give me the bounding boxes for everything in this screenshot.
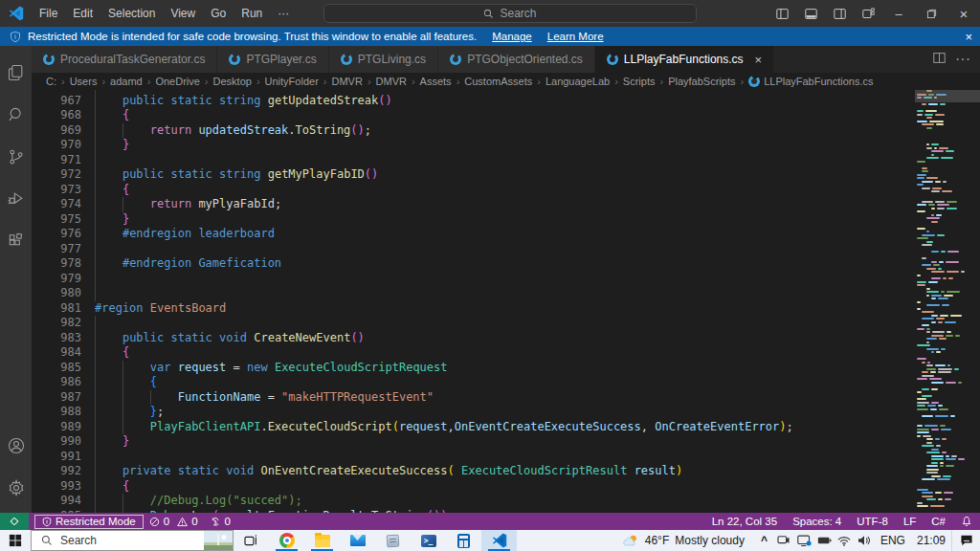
- code-line-992[interactable]: 992 private static void OnEventCreateExe…: [32, 464, 913, 479]
- notepad-taskbar-icon[interactable]: [375, 530, 411, 551]
- search-sidebar-icon[interactable]: [0, 94, 32, 136]
- tray-chevron-up-icon[interactable]: ^: [754, 530, 774, 551]
- start-button[interactable]: [0, 530, 31, 551]
- weather-widget[interactable]: 46°F Mostly cloudy: [622, 534, 754, 548]
- restore-button[interactable]: [915, 0, 947, 27]
- customize-layout-icon[interactable]: [854, 0, 882, 27]
- toggle-panel-icon[interactable]: [796, 0, 825, 27]
- task-view-button[interactable]: [234, 530, 269, 551]
- breadcrumb-item[interactable]: LLPlayFabFunctions.cs: [747, 76, 874, 87]
- breadcrumb-item[interactable]: LanguageLab: [545, 76, 611, 87]
- code-line-974[interactable]: 974 return myPlyaFabId;: [32, 197, 913, 212]
- tab-llplayfabfunctions-cs[interactable]: LLPlayFabFunctions.cs×: [595, 46, 774, 73]
- vscode-taskbar-icon[interactable]: [481, 530, 517, 551]
- code-line-991[interactable]: 991: [32, 450, 913, 465]
- close-window-button[interactable]: ×: [947, 0, 980, 27]
- code-line-985[interactable]: 985 var request = new ExecuteCloudScript…: [32, 361, 913, 376]
- code-line-987[interactable]: 987 FunctionName = "makeHTTPRequestEvent…: [32, 390, 913, 406]
- code-line-980[interactable]: 980: [32, 286, 913, 301]
- manage-link[interactable]: Manage: [492, 31, 532, 42]
- tray-clock[interactable]: 21:09: [911, 534, 951, 547]
- taskbar-search-input[interactable]: Search: [31, 530, 234, 551]
- breadcrumb-item[interactable]: C:: [45, 76, 57, 87]
- code-line-975[interactable]: 975 }: [32, 212, 913, 228]
- code-line-971[interactable]: 971: [32, 153, 913, 168]
- menu-run[interactable]: Run: [234, 3, 270, 24]
- minimize-button[interactable]: –: [882, 0, 915, 27]
- tab-proceduraltaskgenerator-cs[interactable]: ProceduralTaskGenerator.cs: [32, 46, 217, 73]
- minimap-slider[interactable]: [915, 90, 980, 102]
- code-line-968[interactable]: 968 {: [32, 108, 913, 123]
- explorer-icon[interactable]: [0, 52, 32, 94]
- code-line-979[interactable]: 979: [32, 272, 913, 287]
- menu-view[interactable]: View: [163, 3, 203, 24]
- breadcrumb-item[interactable]: Scripts: [622, 76, 657, 87]
- powershell-taskbar-icon[interactable]: >_: [411, 530, 446, 551]
- breadcrumb-item[interactable]: CustomAssets: [463, 76, 533, 87]
- tab-ptgplayer-cs[interactable]: PTGPlayer.cs: [217, 46, 328, 73]
- tab-close-icon[interactable]: ×: [755, 53, 763, 67]
- notifications-bell-icon[interactable]: [953, 513, 980, 530]
- source-control-icon[interactable]: [0, 136, 32, 178]
- toggle-sidebar-icon[interactable]: [768, 0, 796, 27]
- breadcrumb-item[interactable]: UnityFolder: [264, 76, 320, 87]
- status-ports[interactable]: 0: [204, 513, 236, 530]
- tray-battery-icon[interactable]: [814, 530, 835, 551]
- code-line-976[interactable]: 976 #endregion leaderboard: [32, 227, 913, 242]
- code-line-993[interactable]: 993 {: [32, 479, 913, 495]
- remote-indicator[interactable]: [0, 513, 29, 530]
- status-cursor-position[interactable]: Ln 22, Col 35: [704, 513, 785, 530]
- run-debug-icon[interactable]: [0, 178, 32, 220]
- accounts-icon[interactable]: [0, 425, 32, 467]
- split-editor-icon[interactable]: [933, 51, 946, 68]
- code-line-990[interactable]: 990 }: [32, 434, 913, 450]
- editor-scrollbar[interactable]: [965, 90, 980, 513]
- status-indentation[interactable]: Spaces: 4: [785, 513, 849, 530]
- status-problems[interactable]: 0 0: [144, 513, 204, 530]
- breadcrumb-item[interactable]: DMVR: [375, 76, 408, 87]
- code-line-973[interactable]: 973 {: [32, 183, 913, 198]
- breadcrumb-item[interactable]: adamd: [109, 76, 144, 87]
- minimap[interactable]: [915, 90, 965, 513]
- command-center-search[interactable]: Search: [323, 4, 697, 23]
- action-center-icon[interactable]: [951, 530, 980, 551]
- breadcrumb-item[interactable]: DMVR: [330, 76, 363, 87]
- menu-go[interactable]: Go: [203, 3, 234, 24]
- tray-volume-icon[interactable]: [855, 530, 875, 551]
- extensions-icon[interactable]: [0, 220, 32, 262]
- tab-ptgobjectoriented-cs[interactable]: PTGObjectOriented.cs: [438, 46, 595, 73]
- toggle-secondary-sidebar-icon[interactable]: [825, 0, 854, 27]
- tray-language[interactable]: ENG: [875, 534, 911, 547]
- code-line-981[interactable]: 981#region EventsBoard: [32, 301, 913, 317]
- code-line-994[interactable]: 994 //Debug.Log("succed");: [32, 494, 913, 509]
- learn-more-link[interactable]: Learn More: [547, 31, 604, 42]
- code-line-989[interactable]: 989 PlayFabClientAPI.ExecuteCloudScript(…: [32, 420, 913, 435]
- breadcrumb-item[interactable]: Assets: [419, 76, 453, 87]
- menu-[interactable]: ···: [270, 3, 297, 24]
- banner-close-icon[interactable]: ×: [965, 30, 972, 44]
- tray-wifi-icon[interactable]: [835, 530, 855, 551]
- settings-gear-icon[interactable]: [0, 467, 32, 509]
- chrome-taskbar-icon[interactable]: [269, 530, 304, 551]
- breadcrumb-item[interactable]: PlayfabScripts: [667, 76, 736, 87]
- status-restricted-mode[interactable]: Restricted Mode: [34, 515, 144, 529]
- mail-taskbar-icon[interactable]: [340, 530, 375, 551]
- breadcrumb-item[interactable]: Users: [69, 76, 99, 87]
- code-line-972[interactable]: 972 public static string getMyPlayFabID(…: [32, 167, 913, 183]
- calculator-taskbar-icon[interactable]: [446, 530, 481, 551]
- code-line-986[interactable]: 986 {: [32, 375, 913, 390]
- file-explorer-taskbar-icon[interactable]: [304, 530, 340, 551]
- code-line-970[interactable]: 970 }: [32, 138, 913, 153]
- code-line-988[interactable]: 988 };: [32, 405, 913, 420]
- code-line-978[interactable]: 978 #endregion Gamefication: [32, 256, 913, 272]
- menu-file[interactable]: File: [32, 3, 65, 24]
- code-line-967[interactable]: 967 public static string getUpdatedStrea…: [32, 94, 913, 109]
- code-line-982[interactable]: 982: [32, 316, 913, 331]
- status-encoding[interactable]: UTF-8: [849, 513, 896, 530]
- tray-meet-now-icon[interactable]: [774, 530, 794, 551]
- code-line-969[interactable]: 969 return updatedStreak.ToString();: [32, 123, 913, 139]
- breadcrumb-item[interactable]: OneDrive: [154, 76, 200, 87]
- status-eol[interactable]: LF: [896, 513, 924, 530]
- tray-display-notification-icon[interactable]: [794, 530, 814, 551]
- code-line-977[interactable]: 977: [32, 242, 913, 257]
